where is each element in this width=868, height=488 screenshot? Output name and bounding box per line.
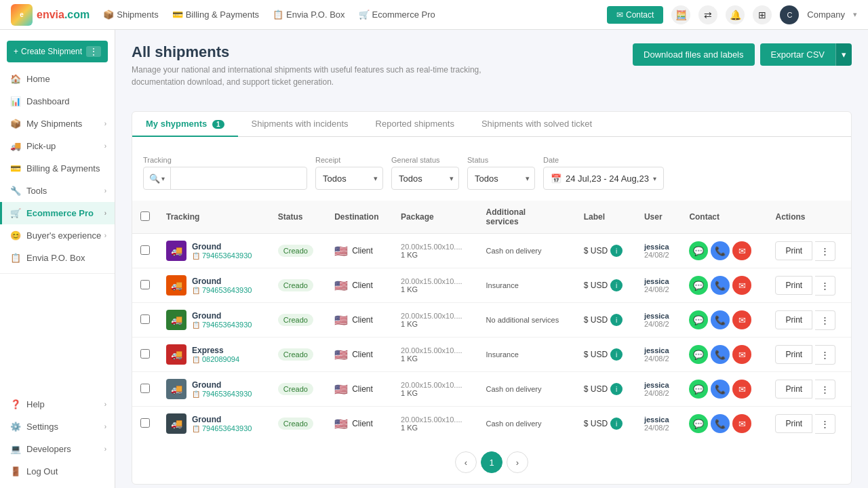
next-page-button[interactable]: › [507, 451, 528, 473]
phone-btn-0[interactable]: 📞 [711, 241, 730, 260]
sidebar-item-settings[interactable]: ⚙️Settings › [0, 415, 115, 438]
sidebar-item-ecommerce[interactable]: 🛒Ecommerce Pro › [0, 202, 115, 224]
calculator-icon[interactable]: 🧮 [671, 5, 690, 24]
email-btn-5[interactable]: ✉ [732, 414, 751, 433]
more-btn-3[interactable]: ⋮ [815, 345, 835, 365]
nav-billing[interactable]: 💳 Billing & Payments [172, 9, 259, 20]
package-dim-4: 20.00x15.00x10.... [401, 381, 469, 389]
logo[interactable]: e envia.com [11, 4, 90, 26]
general-status-select[interactable]: Todos [391, 167, 459, 190]
sidebar-item-buyers[interactable]: 😊Buyer's experience › [0, 224, 115, 247]
sidebar-item-developers[interactable]: 💻Developers › [0, 438, 115, 460]
tracking-num-2[interactable]: 📋 794653643930 [192, 321, 252, 329]
sidebar-item-pickup[interactable]: 🚚Pick-up › [0, 135, 115, 157]
tracking-type-3: Express [192, 346, 239, 355]
bell-icon[interactable]: 🔔 [726, 5, 745, 24]
search-input[interactable] [171, 174, 307, 184]
tracking-num-5[interactable]: 📋 794653643930 [192, 424, 252, 432]
tracking-num-3[interactable]: 📋 082089094 [192, 355, 239, 363]
label-info-icon-0[interactable]: i [610, 245, 623, 257]
tracking-num-0[interactable]: 📋 794653643930 [192, 251, 252, 260]
more-btn-1[interactable]: ⋮ [815, 276, 835, 296]
export-csv-arrow[interactable]: ▾ [835, 43, 852, 66]
nav-pobox[interactable]: 📋 Envia P.O. Box [273, 9, 344, 20]
row-check-1[interactable] [140, 280, 150, 289]
phone-btn-3[interactable]: 📞 [711, 345, 730, 364]
tab-incidents[interactable]: Shipments with incidents [238, 112, 362, 137]
receipt-select[interactable]: Todos [315, 167, 383, 190]
page-description: Manage your national and international s… [132, 64, 511, 88]
status-select[interactable]: Todos [467, 167, 535, 190]
email-btn-2[interactable]: ✉ [732, 310, 751, 329]
pagination: ‹ 1 › [132, 441, 851, 484]
row-check-0[interactable] [140, 245, 150, 255]
whatsapp-btn-4[interactable]: 💬 [689, 380, 708, 399]
compare-icon[interactable]: ⇄ [698, 5, 717, 24]
sidebar-item-myshipments[interactable]: 📦My Shipments › [0, 113, 115, 135]
print-btn-5[interactable]: Print [775, 414, 812, 433]
whatsapp-btn-1[interactable]: 💬 [689, 276, 708, 295]
sidebar-item-help[interactable]: ❓Help › [0, 393, 115, 415]
avatar[interactable]: C [780, 5, 799, 24]
sidebar-item-home[interactable]: 🏠Home [0, 68, 115, 90]
row-check-3[interactable] [140, 349, 150, 359]
whatsapp-icon-2: 💬 [693, 315, 704, 325]
create-menu-icon[interactable]: ⋮ [86, 46, 101, 57]
more-btn-4[interactable]: ⋮ [815, 380, 835, 399]
label-info-icon-3[interactable]: i [610, 348, 623, 361]
sidebar-item-dashboard[interactable]: 📊Dashboard [0, 90, 115, 113]
whatsapp-btn-2[interactable]: 💬 [689, 310, 708, 329]
filters-area: Tracking 🔍 ▾ Receipt [132, 148, 851, 190]
more-btn-5[interactable]: ⋮ [815, 414, 835, 434]
print-btn-4[interactable]: Print [775, 380, 812, 399]
company-label[interactable]: Company [807, 9, 845, 20]
phone-btn-2[interactable]: 📞 [711, 310, 730, 329]
phone-btn-4[interactable]: 📞 [711, 380, 730, 399]
more-btn-0[interactable]: ⋮ [815, 241, 835, 261]
contact-button[interactable]: ✉ Contact [607, 6, 663, 24]
print-btn-0[interactable]: Print [775, 241, 812, 260]
create-shipment-button[interactable]: + Create Shipment ⋮ [7, 41, 108, 62]
select-all-checkbox[interactable] [140, 211, 150, 221]
email-btn-4[interactable]: ✉ [732, 380, 751, 399]
sidebar-item-tools[interactable]: 🔧Tools › [0, 180, 115, 202]
sidebar-item-logout[interactable]: 🚪Log Out [0, 460, 115, 483]
phone-icon-2: 📞 [715, 315, 726, 325]
print-btn-1[interactable]: Print [775, 276, 812, 295]
print-btn-2[interactable]: Print [775, 310, 812, 329]
sidebar-item-pobox[interactable]: 📋Envia P.O. Box [0, 247, 115, 269]
label-info-icon-4[interactable]: i [610, 383, 623, 395]
sidebar-item-billing[interactable]: 💳Billing & Payments [0, 157, 115, 180]
more-btn-2[interactable]: ⋮ [815, 310, 835, 330]
grid-icon[interactable]: ⊞ [753, 5, 772, 24]
phone-btn-5[interactable]: 📞 [711, 414, 730, 433]
date-picker[interactable]: 📅 24 Jul,23 - 24 Aug,23 ▾ [543, 167, 664, 190]
row-check-5[interactable] [140, 418, 150, 428]
nav-shipments[interactable]: 📦 Shipments [103, 9, 158, 20]
phone-btn-1[interactable]: 📞 [711, 276, 730, 295]
whatsapp-btn-3[interactable]: 💬 [689, 345, 708, 364]
download-files-button[interactable]: Download files and labels [633, 43, 754, 66]
label-info-icon-5[interactable]: i [610, 418, 623, 430]
page-1-button[interactable]: 1 [481, 451, 502, 473]
export-csv-button[interactable]: Exportar CSV [760, 43, 835, 66]
tracking-num-1[interactable]: 📋 794653643930 [192, 286, 252, 294]
nav-ecommerce[interactable]: 🛒 Ecommerce Pro [359, 9, 435, 20]
email-btn-3[interactable]: ✉ [732, 345, 751, 364]
package-dim-2: 20.00x15.00x10.... [401, 312, 469, 320]
label-info-icon-1[interactable]: i [610, 279, 623, 291]
tab-reported[interactable]: Reported shipments [362, 112, 468, 137]
prev-page-button[interactable]: ‹ [455, 451, 477, 473]
email-btn-1[interactable]: ✉ [732, 276, 751, 295]
tracking-num-4[interactable]: 📋 794653643930 [192, 390, 252, 398]
whatsapp-btn-5[interactable]: 💬 [689, 414, 708, 433]
label-info-icon-2[interactable]: i [610, 314, 623, 326]
email-btn-0[interactable]: ✉ [732, 241, 751, 260]
search-toggle[interactable]: 🔍 ▾ [144, 167, 171, 189]
tab-solved[interactable]: Shipments with solved ticket [468, 112, 606, 137]
whatsapp-btn-0[interactable]: 💬 [689, 241, 708, 260]
print-btn-3[interactable]: Print [775, 345, 812, 364]
row-check-4[interactable] [140, 384, 150, 393]
tab-my-shipments[interactable]: My shypments 1 [132, 112, 238, 137]
row-check-2[interactable] [140, 314, 150, 324]
